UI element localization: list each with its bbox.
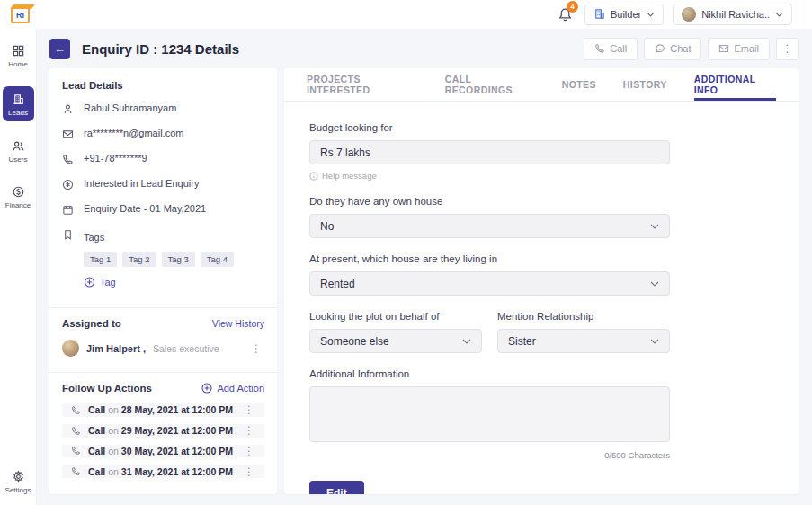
tag-chip[interactable]: Tag 3 [162,252,195,267]
followup-action: Call [88,466,105,477]
living-field: At present, which house are they living … [309,253,670,296]
edit-button[interactable]: Edit [309,481,364,494]
assignee-role: Sales executive [153,343,219,354]
followup-action: Call [88,425,105,436]
budget-label: Budget looking for [309,122,670,133]
app-window: RI 4 Builder [0,0,812,505]
living-select[interactable]: Rented [309,271,670,296]
tag-chip[interactable]: Tag 2 [122,252,156,267]
header-more-menu[interactable]: ⋮ [776,38,799,60]
sidebar-item-settings[interactable]: Settings [3,466,34,498]
add-action-button[interactable]: Add Action [201,383,264,394]
followup-item[interactable]: Call on 28 May, 2021 at 12:00 PM ⋮ [62,403,264,417]
living-label: At present, which house are they living … [309,253,670,264]
app-logo[interactable]: RI [9,4,36,25]
envelope-icon [718,43,729,54]
plus-circle-icon [201,383,212,394]
sidebar-item-finance[interactable]: Finance [3,182,34,213]
builder-label: Builder [611,9,641,20]
behalf-relationship-row: Looking the plot on behalf of Someone el… [309,311,670,368]
user-avatar [682,7,696,22]
behalf-field: Looking the plot on behalf of Someone el… [309,311,482,353]
email-button[interactable]: Email [708,38,770,60]
sidebar-item-label: Leads [8,109,28,117]
lead-email-row: ra********n@gmail.com [62,128,264,140]
additional-info-textarea[interactable] [309,386,670,442]
chat-button[interactable]: Chat [644,38,701,60]
tabbar: PROJECTS INTERESTED CALL RECORDINGS NOTE… [284,68,799,102]
relationship-label: Mention Relationship [497,311,670,322]
tab-notes[interactable]: NOTES [562,68,596,101]
followup-more-menu[interactable]: ⋮ [241,403,257,416]
budget-input[interactable] [309,140,670,164]
behalf-value: Someone else [320,335,389,348]
followup-more-menu[interactable]: ⋮ [241,424,257,437]
envelope-icon [62,128,74,140]
lead-phone: +91-78*******9 [84,153,147,165]
additional-info-label: Additional Information [309,368,670,379]
gear-icon [12,470,25,483]
tag-icon [62,229,74,241]
followup-item[interactable]: Call on 31 May, 2021 at 12:00 PM ⋮ [62,465,264,478]
notifications-button[interactable]: 4 [556,4,576,24]
sidebar-nav: Home Leads Users [0,29,37,505]
followup-more-menu[interactable]: ⋮ [241,465,257,478]
sidebar-item-label: Home [8,60,27,68]
followup-datetime: 28 May, 2021 at 12:00 PM [121,404,233,415]
phone-icon [594,43,605,54]
assignee-more-menu[interactable]: ⋮ [248,342,264,355]
relationship-select[interactable]: Sister [497,329,670,353]
own-house-field: Do they have any own house No [309,196,670,238]
followup-item[interactable]: Call on 30 May, 2021 at 12:00 PM ⋮ [62,445,264,458]
followup-item[interactable]: Call on 29 May, 2021 at 12:00 PM ⋮ [62,424,264,438]
followup-action: Call [88,446,105,456]
followups-title: Follow Up Actions [62,383,152,394]
email-button-label: Email [734,43,759,54]
divider [49,372,277,373]
tab-history[interactable]: HISTORY [623,68,667,101]
budget-field: Budget looking for Help message [309,122,670,181]
add-tag-button[interactable]: Tag [84,276,116,288]
call-button[interactable]: Call [584,38,638,60]
followup-datetime: 29 May, 2021 at 12:00 PM [121,425,233,436]
tag-chip[interactable]: Tag 1 [84,252,117,267]
phone-icon [71,405,81,415]
sidebar-item-home[interactable]: Home [3,40,34,72]
page-edge-divider [799,0,799,505]
own-house-select[interactable]: No [309,214,670,238]
sidebar-item-users[interactable]: Users [3,136,34,167]
chat-button-label: Chat [670,43,691,54]
followups-header: Follow Up Actions Add Action [62,383,264,394]
logo-text: RI [11,7,30,23]
call-button-label: Call [610,43,627,54]
leads-building-icon [12,93,25,106]
tab-projects-interested[interactable]: PROJECTS INTERESTED [307,68,418,101]
lead-details-card: Lead Details Rahul Subramanyam [49,68,277,494]
followup-preposition: on [108,404,119,415]
own-house-value: No [320,220,334,233]
chat-bubble-icon [655,43,665,54]
back-button[interactable]: ← [49,39,70,59]
behalf-label: Looking the plot on behalf of [309,311,482,322]
phone-icon [71,446,81,456]
followup-more-menu[interactable]: ⋮ [241,445,257,457]
sidebar-item-leads[interactable]: Leads [3,86,34,121]
lead-interest-row: Interested in Lead Enquiry [62,178,264,190]
user-dropdown[interactable]: Nikhil Ravicha.. [673,4,792,25]
lead-interest: Interested in Lead Enquiry [84,178,199,190]
header-actions: Call Chat Email [584,38,799,60]
tab-additional-info[interactable]: ADDITIONAL INFO [694,68,776,101]
topbar-right: 4 Builder Nikhil Ravicha.. [556,4,792,25]
sidebar-item-label: Finance [5,201,31,209]
view-history-link[interactable]: View History [212,318,264,329]
builder-dropdown[interactable]: Builder [584,4,664,25]
help-message: Help message [322,171,377,181]
followup-datetime: 31 May, 2021 at 12:00 PM [121,466,233,477]
lead-name-row: Rahul Subramanyam [62,102,264,115]
followup-preposition: on [108,446,119,456]
tag-chip[interactable]: Tag 4 [201,252,234,267]
tab-call-recordings[interactable]: CALL RECORDINGS [445,68,535,101]
assigned-person-row: Jim Halpert , Sales executive ⋮ [62,340,264,357]
followup-action: Call [88,404,105,415]
behalf-select[interactable]: Someone else [309,329,482,353]
